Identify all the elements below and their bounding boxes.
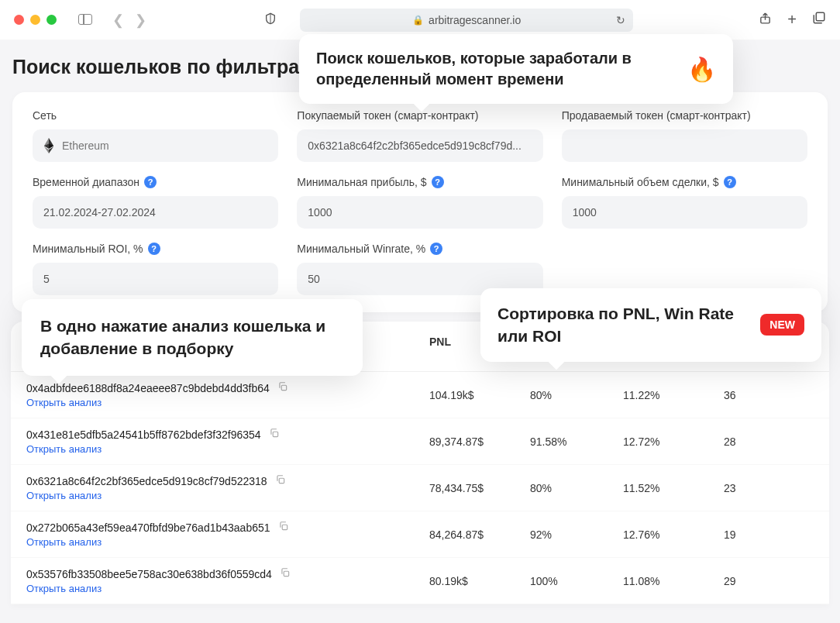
min-volume-input[interactable]	[562, 196, 807, 229]
url-text: arbitragescanner.io	[429, 14, 521, 26]
cell-pnl: 78,434.75$	[429, 482, 530, 494]
cell-winrate: 100%	[530, 575, 623, 587]
filter-network: Сеть Ethereum	[33, 109, 278, 162]
table-row: 0x431e81e5dfb5a24541b5ff8762bdef3f32f963…	[11, 418, 829, 465]
cell-pnl: 84,264.87$	[429, 528, 530, 541]
cell-swaps: 28	[724, 435, 817, 448]
toolbar-right-icons: +	[759, 11, 826, 29]
time-range-field[interactable]	[43, 206, 267, 219]
filter-label: Минимальный объем сделки, $?	[562, 176, 807, 188]
forward-button[interactable]: ❯	[135, 12, 146, 29]
cell-winrate: 80%	[530, 389, 623, 401]
filter-min-profit: Минимальная прибыль, $?	[297, 176, 542, 229]
min-volume-field[interactable]	[573, 206, 797, 219]
minimize-window-button[interactable]	[30, 15, 40, 25]
back-button[interactable]: ❮	[112, 12, 124, 29]
sell-token-field[interactable]	[573, 139, 797, 152]
filter-sell-token: Продаваемый токен (смарт-контракт)	[562, 109, 807, 162]
network-select[interactable]: Ethereum	[33, 129, 278, 162]
svg-rect-4	[279, 478, 284, 483]
table-row: 0x272b065a43ef59ea470fbfd9be76ad1b43aab6…	[11, 511, 829, 558]
window-controls	[14, 15, 57, 25]
open-analysis-link[interactable]: Открыть анализ	[26, 443, 429, 455]
sidebar-toggle-button[interactable]	[78, 14, 94, 26]
maximize-window-button[interactable]	[46, 15, 57, 25]
copy-icon[interactable]	[277, 381, 288, 394]
open-analysis-link[interactable]: Открыть анализ	[26, 583, 429, 594]
new-tab-icon[interactable]: +	[787, 11, 797, 29]
help-icon[interactable]: ?	[430, 243, 442, 255]
min-winrate-field[interactable]	[308, 273, 532, 285]
cell-pnl: 89,374.87$	[429, 435, 530, 448]
table-row: 0x4adbfdee6188df8a24eaeee87c9bdebd4dd3fb…	[11, 372, 829, 418]
tooltip-sort: Сортировка по PNL, Win Rate или ROI NEW	[480, 288, 821, 362]
cell-roi: 11.08%	[623, 575, 724, 587]
help-icon[interactable]: ?	[144, 176, 157, 188]
filter-buy-token: Покупаемый токен (смарт-контракт)	[297, 109, 542, 162]
help-icon[interactable]: ?	[432, 176, 444, 188]
min-roi-field[interactable]	[43, 273, 267, 285]
cell-pnl: 80.19k$	[429, 575, 530, 587]
time-range-input[interactable]	[33, 196, 278, 229]
help-icon[interactable]: ?	[724, 176, 736, 188]
cell-winrate: 80%	[530, 482, 623, 494]
table-row: 0x6321a8c64f2c2bf365edce5d919c8cf79d5223…	[11, 465, 829, 511]
min-profit-field[interactable]	[308, 206, 532, 219]
filter-panel: Сеть Ethereum Покупаемый токен (смарт-ко…	[12, 92, 828, 312]
filter-time-range: Временной диапазон?	[33, 176, 278, 229]
cell-swaps: 23	[724, 482, 817, 494]
help-icon[interactable]: ?	[148, 243, 160, 255]
lock-icon: 🔒	[412, 15, 424, 26]
tabs-icon[interactable]	[812, 11, 826, 29]
svg-rect-5	[282, 525, 287, 529]
cell-pnl: 104.19k$	[429, 389, 530, 401]
wallet-address: 0x4adbfdee6188df8a24eaeee87c9bdebd4dd3fb…	[26, 381, 429, 394]
table-row: 0x53576fb33508bee5e758ac30e638bd36f0559c…	[11, 558, 829, 604]
open-analysis-link[interactable]: Открыть анализ	[26, 397, 429, 408]
nav-arrows: ❮ ❯	[112, 12, 146, 29]
open-analysis-link[interactable]: Открыть анализ	[26, 490, 429, 501]
tooltip-text: В одно нажатие анализ кошелька и добавле…	[40, 315, 344, 360]
cell-roi: 12.72%	[623, 435, 724, 448]
filter-min-winrate: Минимальный Winrate, %?	[297, 243, 542, 295]
svg-rect-6	[284, 571, 288, 576]
cell-roi: 12.76%	[623, 528, 724, 541]
fire-icon: 🔥	[687, 56, 716, 83]
filter-min-volume: Минимальный объем сделки, $?	[562, 176, 807, 229]
copy-icon[interactable]	[280, 567, 291, 580]
buy-token-field[interactable]	[308, 139, 532, 152]
min-profit-input[interactable]	[297, 196, 542, 229]
filter-label: Временной диапазон?	[33, 176, 278, 188]
filter-label: Минимальная прибыль, $?	[297, 176, 542, 188]
copy-icon[interactable]	[278, 521, 289, 534]
ethereum-icon	[43, 138, 54, 153]
filter-min-roi: Минимальный ROI, %?	[33, 243, 278, 295]
cell-winrate: 92%	[530, 528, 623, 541]
address-bar[interactable]: 🔒 arbitragescanner.io ↻	[300, 9, 633, 32]
filter-label: Сеть	[33, 109, 278, 122]
svg-rect-2	[281, 385, 286, 390]
cell-winrate: 91.58%	[530, 435, 623, 448]
privacy-shield-icon[interactable]	[264, 12, 277, 29]
copy-icon[interactable]	[275, 474, 286, 487]
share-icon[interactable]	[759, 11, 772, 29]
reload-button[interactable]: ↻	[616, 14, 625, 26]
network-value: Ethereum	[62, 139, 109, 152]
buy-token-input[interactable]	[297, 129, 542, 162]
close-window-button[interactable]	[14, 15, 24, 25]
min-roi-input[interactable]	[33, 263, 278, 295]
open-analysis-link[interactable]: Открыть анализ	[26, 536, 429, 548]
tooltip-time-search: Поиск кошельков, которые заработали в оп…	[299, 34, 733, 104]
wallet-address: 0x272b065a43ef59ea470fbfd9be76ad1b43aab6…	[26, 521, 429, 534]
svg-rect-1	[816, 12, 825, 21]
cell-swaps: 29	[724, 575, 817, 587]
cell-swaps: 36	[724, 389, 817, 401]
copy-icon[interactable]	[269, 428, 280, 441]
tooltip-one-click: В одно нажатие анализ кошелька и добавле…	[22, 299, 363, 376]
cell-roi: 11.22%	[623, 389, 724, 401]
filter-label: Минимальный ROI, %?	[33, 243, 278, 255]
filter-label: Покупаемый токен (смарт-контракт)	[297, 109, 542, 122]
sell-token-input[interactable]	[562, 129, 807, 162]
svg-rect-3	[273, 432, 277, 436]
tooltip-text: Поиск кошельков, которые заработали в оп…	[316, 48, 675, 90]
